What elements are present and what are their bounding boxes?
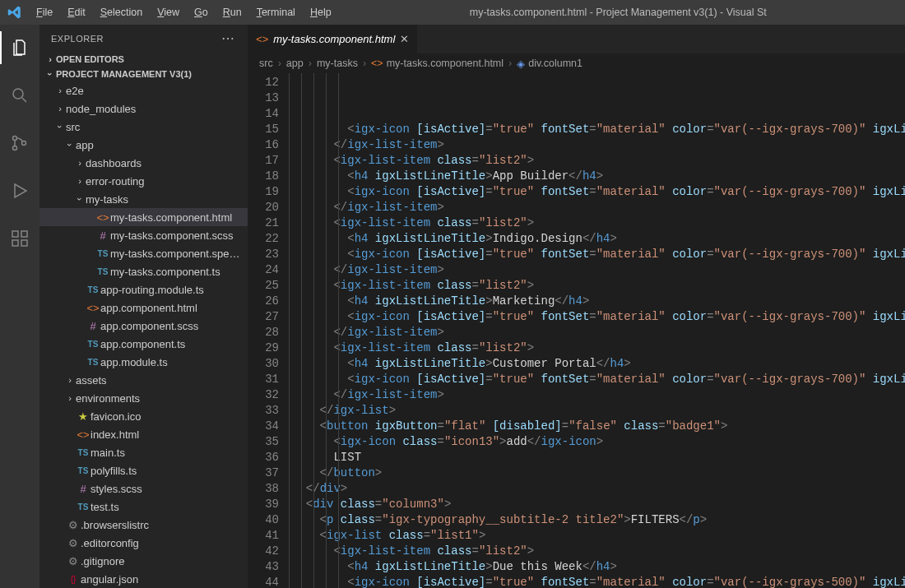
code-line[interactable]: </div>: [292, 481, 905, 497]
code-line[interactable]: <button igxButton="flat" [disabled]="fal…: [292, 419, 905, 434]
file-row[interactable]: <>app.component.html: [39, 299, 248, 317]
line-number: 14: [248, 106, 279, 122]
code-line[interactable]: <div class="column3">: [292, 497, 905, 512]
file-row[interactable]: <>index.html: [39, 425, 248, 443]
code-line[interactable]: <igx-icon [isActive]="true" fontSet="mat…: [292, 309, 905, 325]
scss-file-icon: #: [76, 483, 90, 495]
code-line[interactable]: </igx-list-item>: [292, 387, 905, 403]
menu-file[interactable]: File: [30, 3, 59, 21]
source-control-activity-icon[interactable]: [0, 127, 39, 160]
file-row[interactable]: #styles.scss: [39, 479, 248, 498]
code-line[interactable]: <igx-icon [isActive]="true" fontSet="mat…: [292, 372, 905, 387]
folder-row[interactable]: ›dashboards: [39, 154, 248, 172]
menu-help[interactable]: Help: [304, 3, 338, 21]
file-row[interactable]: ⚙.browserslistrc: [39, 516, 248, 534]
file-row[interactable]: {}angular.json: [39, 570, 248, 588]
code-line[interactable]: <igx-list-item class="list2">: [292, 153, 905, 169]
code-line[interactable]: <igx-icon [isActive]="true" fontSet="mat…: [292, 575, 905, 588]
code-line[interactable]: <h4 igxListLineTitle>Indigo.Design</h4>: [292, 231, 905, 247]
code-editor[interactable]: 1213141516171819202122232425262728293031…: [248, 73, 905, 588]
breadcrumb-sep: ›: [278, 58, 281, 69]
folder-row[interactable]: ›error-routing: [39, 172, 248, 190]
menu-selection[interactable]: Selection: [94, 3, 149, 21]
project-section[interactable]: › PROJECT MANAGEMENT V3(1): [39, 67, 248, 81]
file-row[interactable]: TSpolyfills.ts: [39, 461, 248, 479]
menu-terminal[interactable]: Terminal: [250, 3, 302, 21]
ts-file-icon: TS: [86, 340, 100, 349]
file-row[interactable]: TStest.ts: [39, 498, 248, 516]
code-line[interactable]: </igx-list-item>: [292, 137, 905, 153]
code-line[interactable]: <igx-icon [isActive]="true" fontSet="mat…: [292, 247, 905, 262]
code-line[interactable]: </igx-list>: [292, 403, 905, 419]
file-row[interactable]: ⚙.gitignore: [39, 552, 248, 570]
code-line[interactable]: <igx-list class="list1">: [292, 528, 905, 544]
code-line[interactable]: <igx-list-item class="list2">: [292, 544, 905, 559]
folder-row[interactable]: ›e2e: [39, 81, 248, 100]
breadcrumb-item[interactable]: ◈div.column1: [517, 58, 582, 70]
explorer-more-icon[interactable]: ⋯: [221, 30, 236, 46]
search-activity-icon[interactable]: [0, 79, 39, 112]
config-file-icon: ⚙: [66, 555, 81, 567]
code-line[interactable]: <h4 igxListLineTitle>Marketing</h4>: [292, 294, 905, 309]
line-number: 17: [248, 153, 279, 169]
code-line[interactable]: <h4 igxListLineTitle>Due this Week</h4>: [292, 559, 905, 575]
breadcrumb-item[interactable]: src: [259, 58, 273, 69]
breadcrumb-item[interactable]: <>my-tasks.component.html: [371, 58, 504, 69]
file-label: app.module.ts: [100, 356, 243, 368]
code-line[interactable]: <igx-list-item class="list2">: [292, 215, 905, 231]
code-line[interactable]: <p class="igx-typography__subtitle-2 tit…: [292, 512, 905, 528]
file-row[interactable]: #my-tasks.component.scss: [39, 226, 248, 244]
extensions-activity-icon[interactable]: [0, 222, 39, 255]
file-row[interactable]: TSapp.component.ts: [39, 335, 248, 353]
tab-my-tasks-html[interactable]: <> my-tasks.component.html ✕: [248, 25, 418, 53]
menu-edit[interactable]: Edit: [61, 3, 92, 21]
code-line[interactable]: <h4 igxListLineTitle>App Builder</h4>: [292, 169, 905, 184]
folder-row[interactable]: ›environments: [39, 389, 248, 407]
code-line[interactable]: <igx-icon [isActive]="true" fontSet="mat…: [292, 122, 905, 137]
file-row[interactable]: #app.component.scss: [39, 317, 248, 335]
menu-go[interactable]: Go: [188, 3, 215, 21]
code-line[interactable]: LIST: [292, 450, 905, 465]
code-line[interactable]: <igx-list-item class="list2">: [292, 340, 905, 356]
file-row[interactable]: TSmain.ts: [39, 443, 248, 461]
folder-row[interactable]: ›app: [39, 136, 248, 154]
chevron-down-icon: ›: [55, 121, 65, 132]
breadcrumb-sep: ›: [508, 58, 512, 69]
line-number: 19: [248, 184, 279, 200]
code-line[interactable]: </igx-list-item>: [292, 262, 905, 278]
run-debug-activity-icon[interactable]: [0, 174, 39, 207]
breadcrumb-item[interactable]: my-tasks: [317, 58, 358, 69]
folder-row[interactable]: ›src: [39, 118, 248, 136]
close-icon[interactable]: ✕: [400, 33, 409, 45]
code-line[interactable]: </button>: [292, 465, 905, 481]
folder-row[interactable]: ›node_modules: [39, 100, 248, 118]
code-line[interactable]: <h4 igxListLineTitle>Customer Portal</h4…: [292, 356, 905, 372]
file-row[interactable]: TSapp.module.ts: [39, 353, 248, 371]
line-number: 21: [248, 215, 279, 231]
code-lines[interactable]: <igx-icon [isActive]="true" fontSet="mat…: [289, 73, 905, 588]
file-row[interactable]: <>my-tasks.component.html: [39, 208, 248, 226]
folder-row[interactable]: ›my-tasks: [39, 190, 248, 208]
file-label: node_modules: [66, 103, 243, 115]
line-number: 24: [248, 262, 279, 278]
code-line[interactable]: </igx-list-item>: [292, 325, 905, 340]
file-row[interactable]: TSapp-routing.module.ts: [39, 280, 248, 299]
breadcrumb-item[interactable]: app: [286, 58, 304, 69]
folder-row[interactable]: ›assets: [39, 371, 248, 389]
file-row[interactable]: ⚙.editorconfig: [39, 534, 248, 552]
explorer-activity-icon[interactable]: [0, 31, 39, 64]
file-row[interactable]: TSmy-tasks.component.ts: [39, 262, 248, 280]
code-line[interactable]: <igx-icon class="icon13">add</igx-icon>: [292, 434, 905, 450]
menu-run[interactable]: Run: [216, 3, 248, 21]
breadcrumb-sep: ›: [363, 58, 366, 69]
code-line[interactable]: <igx-icon [isActive]="true" fontSet="mat…: [292, 184, 905, 200]
code-line[interactable]: </igx-list-item>: [292, 200, 905, 215]
file-row[interactable]: ★favicon.ico: [39, 407, 248, 425]
file-label: my-tasks: [86, 193, 243, 206]
breadcrumbs[interactable]: src›app›my-tasks›<>my-tasks.component.ht…: [248, 53, 905, 73]
file-row[interactable]: TSmy-tasks.component.spec.ts: [39, 244, 248, 262]
menu-view[interactable]: View: [151, 3, 186, 21]
code-line[interactable]: <igx-list-item class="list2">: [292, 278, 905, 294]
open-editors-section[interactable]: › OPEN EDITORS: [39, 52, 248, 67]
explorer-sidebar: EXPLORER ⋯ › OPEN EDITORS › PROJECT MANA…: [39, 25, 248, 588]
